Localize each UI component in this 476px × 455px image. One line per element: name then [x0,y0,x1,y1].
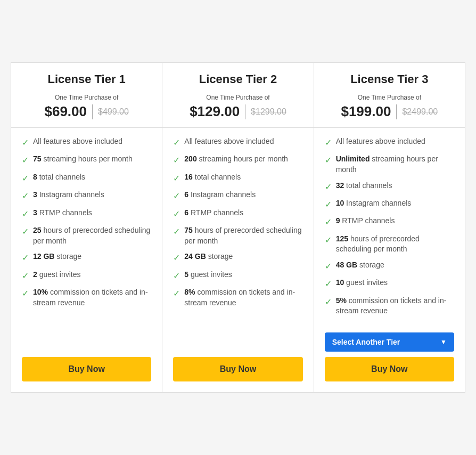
feature-item-3-4: ✓10 Instagram channels [325,198,454,210]
price-original-3: $2499.00 [402,107,438,117]
feature-item-2-5: ✓6 RTMP channels [173,208,302,220]
check-icon-3-5: ✓ [325,216,332,228]
check-icon-3-9: ✓ [325,296,332,308]
tier-title-2: License Tier 2 [173,72,302,86]
tier-footer-1: Buy Now [11,350,162,392]
price-row-2: $129.00$1299.00 [173,103,302,120]
feature-text-3-8: 10 guest invites [336,278,388,288]
feature-item-3-6: ✓125 hours of prerecorded scheduling per… [325,234,454,255]
feature-text-2-2: 200 streaming hours per month [184,154,288,165]
check-icon-1-7: ✓ [22,252,29,264]
feature-item-1-8: ✓2 guest invites [22,270,151,282]
check-icon-1-4: ✓ [22,190,29,202]
feature-text-1-4: 3 Instagram channels [33,190,104,200]
price-row-1: $69.00$499.00 [22,103,151,120]
feature-item-1-7: ✓12 GB storage [22,251,151,264]
feature-item-1-5: ✓3 RTMP channels [22,208,151,220]
feature-text-1-6: 25 hours of prerecorded scheduling per m… [33,225,151,246]
feature-text-3-4: 10 Instagram channels [336,198,412,209]
feature-item-3-3: ✓32 total channels [325,181,454,193]
feature-text-1-7: 12 GB storage [33,251,81,262]
feature-text-3-5: 9 RTMP channels [336,216,395,226]
feature-item-3-8: ✓10 guest invites [325,278,454,290]
chevron-down-icon: ▼ [440,338,447,346]
price-divider-3 [396,104,397,119]
check-icon-2-5: ✓ [173,208,180,220]
check-icon-2-7: ✓ [173,252,180,264]
check-icon-1-2: ✓ [22,155,29,166]
feature-item-2-2: ✓200 streaming hours per month [173,154,302,166]
check-icon-2-8: ✓ [173,270,180,282]
tier-footer-3: Select Another Tier▼Buy Now [314,325,465,392]
check-icon-1-9: ✓ [22,288,29,299]
check-icon-2-1: ✓ [173,137,180,149]
feature-text-2-3: 16 total channels [184,172,241,183]
feature-text-2-8: 5 guest invites [184,270,232,280]
feature-text-1-1: All features above included [33,136,122,147]
feature-item-1-1: ✓All features above included [22,136,151,149]
feature-text-2-4: 6 Instagram channels [184,190,256,200]
price-current-1: $69.00 [44,103,87,120]
tier-header-3: License Tier 3One Time Purchase of$199.0… [314,63,465,128]
price-label-2: One Time Purchase of [173,94,302,101]
check-icon-2-2: ✓ [173,155,180,166]
check-icon-2-6: ✓ [173,226,180,238]
feature-item-3-5: ✓9 RTMP channels [325,216,454,228]
check-icon-3-4: ✓ [325,199,332,210]
check-icon-3-2: ✓ [325,155,332,166]
feature-item-1-3: ✓8 total channels [22,172,151,184]
tier-title-1: License Tier 1 [22,72,151,86]
features-list-1: ✓All features above included✓75 streamin… [11,128,162,350]
check-icon-2-9: ✓ [173,288,180,299]
feature-text-2-6: 75 hours of prerecorded scheduling per m… [184,225,302,246]
feature-text-2-1: All features above included [184,136,274,147]
buy-now-button-1[interactable]: Buy Now [22,357,151,381]
feature-item-1-6: ✓25 hours of prerecorded scheduling per … [22,225,151,246]
select-another-tier-label: Select Another Tier [332,338,400,346]
check-icon-3-3: ✓ [325,181,332,193]
features-list-2: ✓All features above included✓200 streami… [162,128,313,350]
feature-text-3-3: 32 total channels [336,181,392,191]
check-icon-1-3: ✓ [22,173,29,184]
pricing-table: License Tier 1One Time Purchase of$69.00… [11,62,465,393]
check-icon-3-7: ✓ [325,261,332,272]
check-icon-3-6: ✓ [325,234,332,246]
price-label-3: One Time Purchase of [325,94,454,101]
feature-item-3-2: ✓Unlimited streaming hours per month [325,154,454,175]
price-row-3: $199.00$2499.00 [325,103,454,120]
feature-item-1-4: ✓3 Instagram channels [22,190,151,202]
feature-text-1-5: 3 RTMP channels [33,208,92,218]
check-icon-1-6: ✓ [22,226,29,238]
tier-header-2: License Tier 2One Time Purchase of$129.0… [162,63,313,128]
price-original-1: $499.00 [98,107,129,117]
feature-item-2-3: ✓16 total channels [173,172,302,184]
feature-text-2-7: 24 GB storage [184,251,233,262]
check-icon-2-4: ✓ [173,190,180,202]
feature-item-2-4: ✓6 Instagram channels [173,190,302,202]
check-icon-3-1: ✓ [325,137,332,149]
feature-item-2-7: ✓24 GB storage [173,251,302,264]
check-icon-2-3: ✓ [173,173,180,184]
buy-now-button-3[interactable]: Buy Now [325,357,454,381]
tier-title-3: License Tier 3 [325,72,454,86]
tier-card-2: License Tier 2One Time Purchase of$129.0… [162,62,314,393]
select-another-tier-button[interactable]: Select Another Tier▼ [325,332,454,352]
buy-now-button-2[interactable]: Buy Now [173,357,302,381]
check-icon-1-8: ✓ [22,270,29,282]
feature-item-2-8: ✓5 guest invites [173,270,302,282]
feature-text-3-2: Unlimited streaming hours per month [336,154,454,175]
feature-text-3-6: 125 hours of prerecorded scheduling per … [336,234,454,255]
feature-item-3-1: ✓All features above included [325,136,454,149]
feature-text-1-2: 75 streaming hours per month [33,154,133,165]
price-current-3: $199.00 [341,103,391,120]
feature-text-1-9: 10% commission on tickets and in-stream … [33,287,151,308]
check-icon-1-5: ✓ [22,208,29,220]
check-icon-1-1: ✓ [22,137,29,149]
features-list-3: ✓All features above included✓Unlimited s… [314,128,465,325]
tier-card-3: License Tier 3One Time Purchase of$199.0… [314,62,465,393]
price-divider-1 [92,104,93,119]
price-current-2: $129.00 [190,103,240,120]
tier-card-1: License Tier 1One Time Purchase of$69.00… [11,62,162,393]
feature-text-1-3: 8 total channels [33,172,85,183]
feature-item-3-7: ✓48 GB storage [325,260,454,272]
